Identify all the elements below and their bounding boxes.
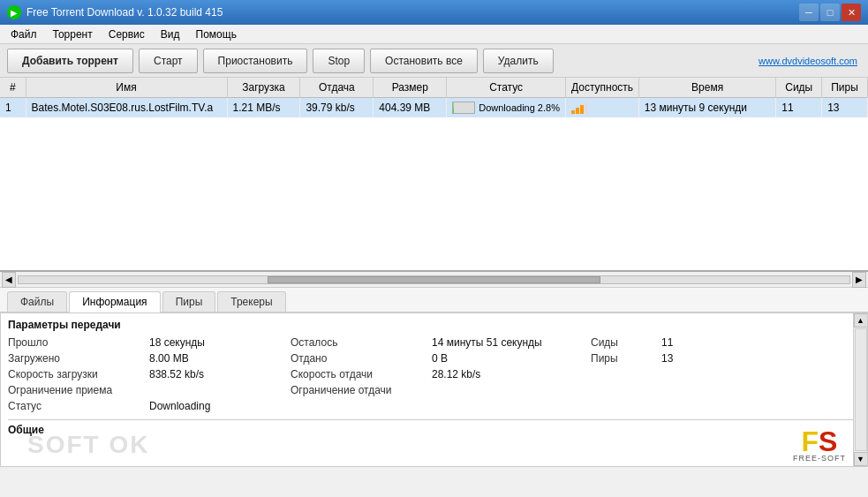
- downloaded-value: 8.00 MB: [149, 352, 291, 365]
- cell-size: 404.39 MB: [374, 98, 447, 118]
- pause-button[interactable]: Приостановить: [203, 49, 308, 73]
- empty-4: [661, 384, 714, 396]
- menu-view[interactable]: Вид: [154, 26, 187, 42]
- cell-availability: [565, 98, 638, 118]
- app-title: Free Torrent Download v. 1.0.32 build 41…: [26, 6, 223, 19]
- tab-files[interactable]: Файлы: [7, 291, 67, 312]
- title-bar: ▶ Free Torrent Download v. 1.0.32 build …: [0, 0, 868, 25]
- cell-num: 1: [0, 98, 26, 118]
- col-header-upload[interactable]: Отдача: [300, 78, 374, 98]
- ul-speed-value: 28.12 kb/s: [432, 368, 591, 380]
- scroll-down-arrow[interactable]: ▼: [854, 452, 868, 466]
- signal-bars: [571, 102, 633, 114]
- col-header-time[interactable]: Время: [638, 78, 775, 98]
- toolbar: Добавить торрент Старт Приостановить Sto…: [0, 44, 868, 78]
- minimize-button[interactable]: ─: [799, 4, 819, 21]
- stop-all-button[interactable]: Остановить все: [370, 49, 478, 73]
- window-controls: ─ □ ✕: [799, 4, 861, 21]
- horizontal-scrollbar[interactable]: ◀ ▶: [0, 272, 868, 288]
- empty-1: [591, 368, 661, 380]
- maximize-button[interactable]: □: [820, 4, 840, 21]
- app-icon: ▶: [7, 5, 21, 19]
- col-header-availability[interactable]: Доступность: [565, 78, 638, 98]
- dl-speed-label: Скорость загрузки: [8, 368, 149, 380]
- scroll-left-arrow[interactable]: ◀: [2, 272, 16, 288]
- col-header-size[interactable]: Размер: [374, 78, 447, 98]
- scroll-right-arrow[interactable]: ▶: [852, 272, 866, 288]
- col-header-peers[interactable]: Пиры: [822, 78, 868, 98]
- status-text: Downloading 2.8%: [479, 102, 560, 113]
- downloaded-label: Загружено: [8, 352, 149, 365]
- start-button[interactable]: Старт: [139, 49, 198, 73]
- watermark: SOFT OK: [27, 431, 149, 459]
- empty-2: [661, 368, 714, 380]
- peers-value-info: 13: [661, 352, 714, 365]
- table-header-row: # Имя Загрузка Отдача Размер Статус Дост…: [0, 78, 868, 98]
- cell-seeds: 11: [776, 98, 822, 118]
- col-header-download[interactable]: Загрузка: [227, 78, 300, 98]
- status-value-info: Downloading: [149, 400, 291, 412]
- ul-speed-label: Скорость отдачи: [291, 368, 432, 380]
- col-header-name[interactable]: Имя: [26, 78, 227, 98]
- scroll-up-arrow[interactable]: ▲: [854, 313, 868, 328]
- elapsed-value: 18 секунды: [149, 336, 291, 349]
- col-header-seeds[interactable]: Сиды: [776, 78, 822, 98]
- empty-3: [591, 384, 661, 396]
- cell-status: Downloading 2.8%: [447, 98, 566, 118]
- fs-f-letter: F: [802, 427, 819, 456]
- menu-torrent[interactable]: Торрент: [46, 26, 100, 42]
- progress-bar-fill: [453, 102, 454, 113]
- cell-upload: 39.79 kb/s: [300, 98, 374, 118]
- cell-name: Bates.Motel.S03E08.rus.LostFilm.TV.a: [26, 98, 227, 118]
- info-scrollbar[interactable]: ▲ ▼: [853, 313, 867, 466]
- fs-sub-text: FREE-SOFT: [793, 454, 846, 463]
- signal-bar-4: [585, 102, 588, 114]
- ul-limit-value: [432, 384, 591, 396]
- tab-info[interactable]: Информация: [69, 291, 160, 313]
- ul-limit-label: Ограничение отдачи: [291, 384, 432, 396]
- dvd-link[interactable]: www.dvdvideosoft.com: [759, 56, 857, 66]
- add-torrent-button[interactable]: Добавить торрент: [7, 49, 133, 73]
- remaining-label: Осталось: [291, 336, 432, 349]
- uploaded-label: Отдано: [291, 352, 432, 365]
- cell-peers: 13: [822, 98, 868, 118]
- peers-label-info: Пиры: [591, 352, 661, 365]
- menu-service[interactable]: Сервис: [102, 26, 152, 42]
- tab-peers[interactable]: Пиры: [162, 291, 216, 312]
- info-section-title: Параметры передачи: [8, 319, 860, 331]
- dl-limit-value: [149, 384, 291, 396]
- torrent-table: # Имя Загрузка Отдача Размер Статус Дост…: [0, 78, 868, 117]
- seeds-value-info: 11: [661, 336, 714, 349]
- tabs-row: Файлы Информация Пиры Трекеры: [0, 288, 868, 312]
- fs-logo: F S FREE-SOFT: [793, 427, 846, 463]
- scroll-track-vertical[interactable]: [855, 328, 867, 451]
- close-button[interactable]: ✕: [842, 4, 861, 21]
- remaining-value: 14 минуты 51 секунды: [432, 336, 591, 349]
- tab-trackers[interactable]: Трекеры: [217, 291, 285, 312]
- signal-bar-2: [576, 108, 579, 114]
- table-row[interactable]: 1 Bates.Motel.S03E08.rus.LostFilm.TV.a 1…: [0, 98, 868, 118]
- info-panel: Параметры передачи Прошло 18 секунды Ост…: [0, 313, 868, 467]
- scroll-thumb[interactable]: [268, 276, 600, 283]
- menu-file[interactable]: Файл: [4, 26, 44, 42]
- menu-bar: Файл Торрент Сервис Вид Помощь: [0, 25, 868, 44]
- progress-bar-bg: [452, 102, 475, 114]
- cell-download: 1.21 MB/s: [227, 98, 300, 118]
- cell-time: 13 минуты 9 секунди: [638, 98, 775, 118]
- tabs-container: Файлы Информация Пиры Трекеры: [0, 288, 868, 313]
- elapsed-label: Прошло: [8, 336, 149, 349]
- info-grid: Прошло 18 секунды Осталось 14 минуты 51 …: [8, 336, 860, 412]
- delete-button[interactable]: Удалить: [483, 49, 554, 73]
- dl-speed-value: 838.52 kb/s: [149, 368, 291, 380]
- seeds-label-info: Сиды: [591, 336, 661, 349]
- signal-bar-3: [580, 105, 584, 114]
- col-header-num[interactable]: #: [0, 78, 26, 98]
- signal-bar-1: [571, 110, 575, 114]
- torrent-list-container: # Имя Загрузка Отдача Размер Статус Дост…: [0, 78, 868, 272]
- stop-button[interactable]: Stop: [313, 49, 365, 73]
- scroll-track[interactable]: [18, 275, 850, 284]
- menu-help[interactable]: Помощь: [189, 26, 244, 42]
- fs-s-letter: S: [819, 427, 837, 456]
- status-label-info: Статус: [8, 400, 149, 412]
- col-header-status[interactable]: Статус: [447, 78, 566, 98]
